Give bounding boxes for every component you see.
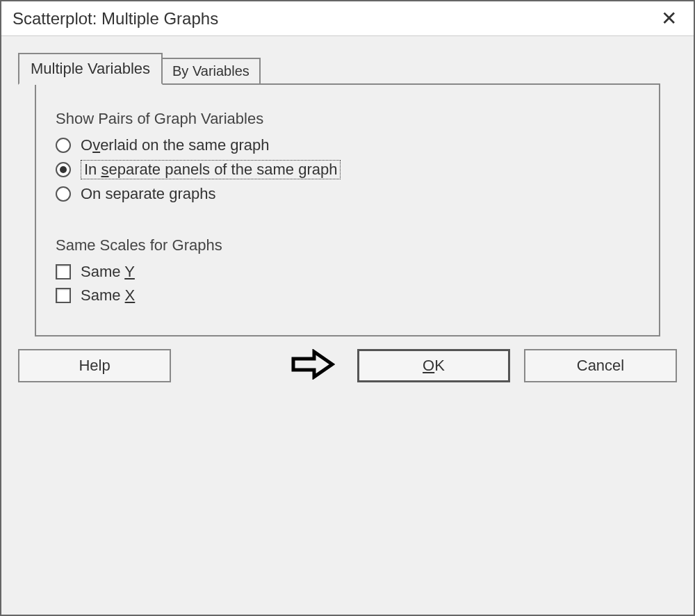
group-same-scales-label: Same Scales for Graphs [56, 236, 639, 254]
radio-separate-panels[interactable]: In separate panels of the same graph [56, 160, 639, 179]
checkbox-same-y-label: Same Y [81, 263, 135, 281]
radio-separate-graphs-label: On separate graphs [81, 185, 215, 203]
radio-icon[interactable] [56, 162, 71, 177]
tabs-area: Multiple Variables By Variables Show Pai… [1, 36, 694, 337]
ok-button[interactable]: OK [357, 349, 510, 382]
checkbox-same-x[interactable]: Same X [56, 286, 639, 305]
tabs: Multiple Variables By Variables [18, 53, 677, 83]
arrow-right-icon [291, 349, 335, 382]
radio-separate-graphs[interactable]: On separate graphs [56, 185, 639, 203]
radio-overlaid[interactable]: Overlaid on the same graph [56, 136, 639, 154]
radio-separate-panels-label: In separate panels of the same graph [81, 160, 341, 179]
group-show-pairs-label: Show Pairs of Graph Variables [56, 110, 639, 128]
radio-icon[interactable] [56, 186, 71, 202]
tab-by-variables[interactable]: By Variables [161, 58, 261, 83]
dialog-window: Scatterplot: Multiple Graphs ✕ Multiple … [0, 0, 695, 616]
checkbox-same-y[interactable]: Same Y [56, 263, 639, 281]
group-same-scales: Same Scales for Graphs Same Y Same X [56, 236, 639, 305]
cancel-button[interactable]: Cancel [524, 349, 677, 382]
bottom-bar: Help OK Cancel [1, 337, 694, 395]
checkbox-icon[interactable] [56, 264, 71, 279]
dialog-title: Scatterplot: Multiple Graphs [13, 9, 218, 29]
tab-content: Show Pairs of Graph Variables Overlaid o… [35, 83, 660, 337]
help-button[interactable]: Help [18, 349, 171, 382]
titlebar: Scatterplot: Multiple Graphs ✕ [1, 1, 694, 36]
radio-overlaid-label: Overlaid on the same graph [81, 136, 270, 154]
checkbox-icon[interactable] [56, 288, 71, 303]
tab-multiple-variables[interactable]: Multiple Variables [18, 53, 163, 85]
radio-icon[interactable] [56, 138, 71, 153]
checkbox-same-x-label: Same X [81, 286, 135, 305]
close-icon[interactable]: ✕ [655, 7, 682, 30]
